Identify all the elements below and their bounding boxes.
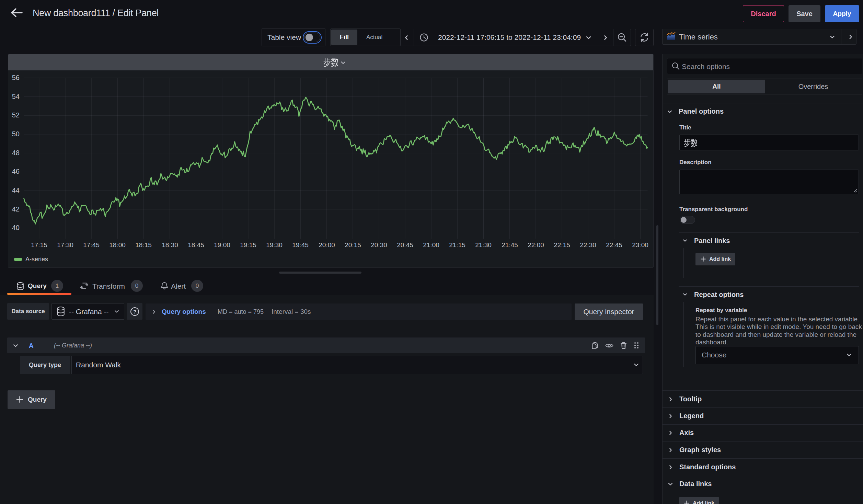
svg-text:?: ? — [133, 309, 136, 314]
